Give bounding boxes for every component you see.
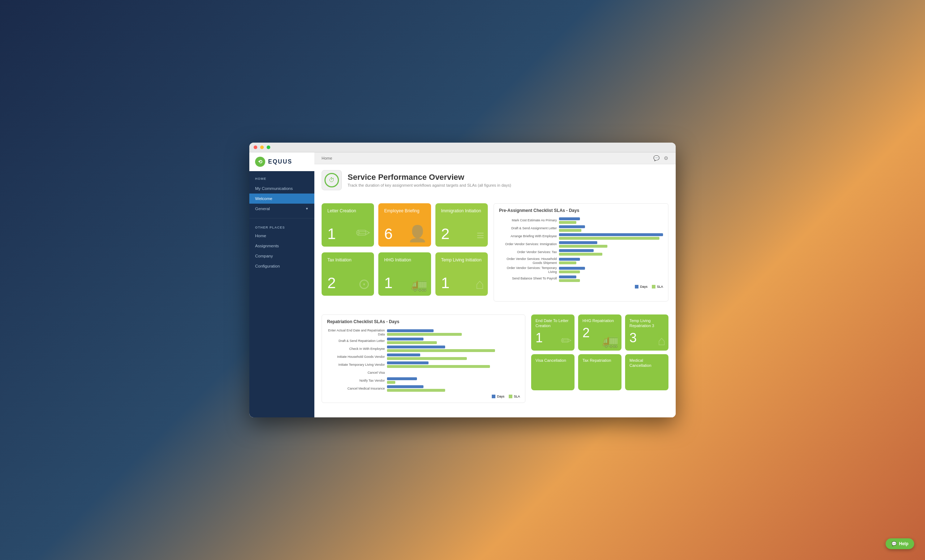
bar-group <box>387 369 520 376</box>
days-legend-label: Days <box>640 285 648 288</box>
card-title: Tax Repatriation <box>583 358 617 363</box>
sidebar-item-general[interactable]: General ▼ <box>249 204 314 214</box>
logo-icon: ⟲ <box>255 157 265 167</box>
bar-group <box>387 362 520 368</box>
bar-label: Enter Actual End Date and Repatriation D… <box>327 329 385 336</box>
bar-label: Initiate Household Goods Vendor <box>327 355 385 359</box>
sidebar-item-assignments[interactable]: Assignments <box>249 241 314 251</box>
card-medical-cancellation[interactable]: Medical Cancellation <box>625 354 669 390</box>
chart-row: Enter Actual End Date and Repatriation D… <box>327 329 520 336</box>
bar-group <box>559 225 663 232</box>
sidebar-item-welcome[interactable]: Welcome <box>249 194 314 204</box>
bar-label: Mark Cost Estimate As Primary <box>499 218 557 222</box>
chart-row: Order Vendor Services: Tax <box>499 249 663 256</box>
bar-group <box>559 275 663 282</box>
sla-bar <box>559 270 580 273</box>
bar-label: Order Vendor Services: Tax <box>499 250 557 254</box>
card-tax-initiation[interactable]: Tax Initiation 2 ⊙ <box>322 252 374 296</box>
legend-days: Days <box>635 285 648 288</box>
repatriation-cards: End Date To Letter Creation 1 ✏ HHG Repa… <box>531 314 669 403</box>
days-bar <box>559 217 580 220</box>
chart-row: Order Vendor Services: Temporary Living <box>499 266 663 274</box>
chart-row: Draft & Send Repatriation Letter <box>327 338 520 344</box>
bar-label: Draft & Send Assignment Letter <box>499 227 557 230</box>
bar-group <box>559 249 663 256</box>
card-title: Immigration Initiation <box>441 208 482 214</box>
sla-legend-color <box>652 285 655 288</box>
card-title: Tax Initiation <box>327 257 368 263</box>
bar-group <box>559 258 663 264</box>
sidebar-item-company[interactable]: Company <box>249 251 314 261</box>
days-bar <box>559 249 594 252</box>
card-hhg-initiation[interactable]: HHG Initiation 1 🚛 <box>378 252 431 296</box>
page-header: ⏱ Service Performance Overview Track the… <box>314 164 676 196</box>
main-content: Home 💬 ⚙ ⏱ Service Performance Overview … <box>314 152 676 418</box>
sla-bar <box>387 357 467 360</box>
card-employee-briefing[interactable]: Employee Briefing 6 👤 <box>378 203 431 246</box>
sidebar-item-home[interactable]: Home <box>249 231 314 241</box>
house-icon: ⌂ <box>658 333 666 348</box>
card-title: Employee Briefing <box>384 208 425 214</box>
bar-label: Send Balance Sheet To Payroll <box>499 276 557 281</box>
card-temp-living-rep3[interactable]: Temp Living Repatriation 3 3 ⌂ <box>625 314 669 351</box>
metric-cards-row2: Tax Initiation 2 ⊙ HHG Initiation 1 🚛 <box>322 252 488 296</box>
card-title: Medical Cancellation <box>630 358 664 368</box>
help-label: Help <box>899 541 908 546</box>
sla-bar <box>559 237 660 240</box>
card-tax-repatriation[interactable]: Tax Repatriation <box>578 354 622 390</box>
sla-bar <box>387 333 462 336</box>
bar-label: Cancel Visa <box>327 371 385 375</box>
bottom-section: Repatriation Checklist SLAs - Days Enter… <box>314 314 676 410</box>
sla-bar <box>387 389 445 392</box>
card-title: HHG Repatriation <box>583 318 617 323</box>
sla-bar <box>559 245 607 248</box>
bar-group <box>559 241 663 248</box>
days-bar <box>387 385 423 388</box>
days-bar <box>559 275 576 278</box>
sidebar-general-label: General <box>255 207 270 211</box>
metric-cards-row1: Letter Creation 1 ✏ Employee Briefing 6 … <box>322 203 488 246</box>
bar-group <box>387 353 520 360</box>
sla-bar <box>559 253 602 256</box>
logo-text: EQUUS <box>268 159 292 165</box>
chart-row: Notify Tax Vendor <box>327 377 520 384</box>
chart-row: Order Vendor Services: Household Goods S… <box>499 257 663 265</box>
help-icon: 💬 <box>891 541 897 546</box>
sidebar-item-communications[interactable]: My Communications <box>249 183 314 194</box>
card-temp-living-initiation[interactable]: Temp Living Initiation 1 ⌂ <box>435 252 488 296</box>
sidebar-assignments-label: Assignments <box>255 244 279 248</box>
gear-icon[interactable]: ⚙ <box>664 155 669 161</box>
card-immigration-initiation[interactable]: Immigration Initiation 2 ≡ <box>435 203 488 246</box>
repatriation-legend: Days SLA <box>327 395 520 398</box>
days-bar <box>387 338 423 341</box>
bar-label: Initiate Temporary Living Vendor <box>327 363 385 367</box>
sidebar-welcome-label: Welcome <box>255 197 273 201</box>
sidebar: ⟲ EQUUS HOME My Communications Welcome G… <box>249 152 314 418</box>
chart-row: Cancel Visa <box>327 369 520 376</box>
sla-bar <box>387 341 437 344</box>
days-bar <box>387 353 420 356</box>
repatriation-chart-title: Repatriation Checklist SLAs - Days <box>327 319 520 324</box>
bar-group <box>559 217 663 224</box>
rep-legend-days: Days <box>492 395 505 398</box>
chat-icon[interactable]: 💬 <box>653 155 660 161</box>
card-hhg-repatriation[interactable]: HHG Repatriation 2 🚛 <box>578 314 622 351</box>
card-title: Temp Living Initiation <box>441 257 482 263</box>
sla-bar <box>387 381 395 384</box>
card-title: Letter Creation <box>327 208 368 214</box>
other-places-label: OTHER PLACES <box>249 223 314 231</box>
chart-row: Order Vendor Services: Immigration <box>499 241 663 248</box>
help-button[interactable]: 💬 Help <box>886 538 914 549</box>
truck-icon: 🚛 <box>602 333 619 348</box>
pre-assignment-chart: Pre-Assignment Checklist SLAs - Days Mar… <box>494 203 669 302</box>
sidebar-item-configuration[interactable]: Configuration <box>249 261 314 271</box>
card-visa-cancellation[interactable]: Visa Cancellation <box>531 354 574 390</box>
days-bar <box>387 377 417 380</box>
bar-label: Notify Tax Vendor <box>327 379 385 383</box>
card-letter-creation[interactable]: Letter Creation 1 ✏ <box>322 203 374 246</box>
sidebar-home-label: HOME <box>255 177 266 180</box>
bar-label: Arrange Briefing With Employee <box>499 234 557 238</box>
card-end-date-letter[interactable]: End Date To Letter Creation 1 ✏ <box>531 314 574 351</box>
sidebar-communications-label: My Communications <box>255 186 293 191</box>
breadcrumb-bar: Home 💬 ⚙ <box>314 152 676 164</box>
